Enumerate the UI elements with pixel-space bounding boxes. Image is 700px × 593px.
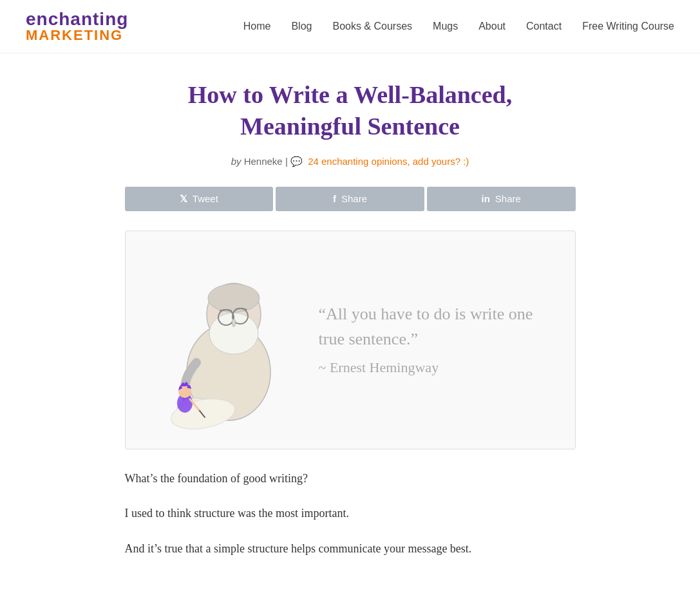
twitter-share-button[interactable]: 𝕏 Tweet [125, 187, 274, 211]
main-content: How to Write a Well-Balanced, Meaningful… [112, 53, 589, 593]
linkedin-icon: in [481, 193, 489, 204]
author-name: Henneke [244, 156, 283, 167]
quote-text: “All you have to do is write one true se… [319, 301, 562, 378]
article-body: What’s the foundation of good writing? I… [125, 469, 576, 559]
logo-marketing: MARKETING [26, 28, 128, 42]
nav-contact[interactable]: Contact [526, 21, 562, 32]
comment-icon: 💬 [290, 156, 303, 167]
twitter-label: Tweet [193, 193, 218, 204]
facebook-label: Share [341, 193, 367, 204]
nav-about[interactable]: About [478, 21, 506, 32]
logo-enchanting: enchanting [26, 10, 128, 28]
meta-separator: | [285, 156, 288, 167]
linkedin-label: Share [495, 193, 521, 204]
body-paragraph-3: And it’s true that a simple structure he… [125, 539, 576, 559]
hemingway-illustration [138, 250, 306, 430]
facebook-icon: f [333, 193, 336, 204]
facebook-share-button[interactable]: f Share [276, 187, 424, 211]
twitter-icon: 𝕏 [180, 193, 187, 205]
main-nav: Home Blog Books & Courses Mugs About Con… [243, 21, 674, 32]
site-header: enchanting MARKETING Home Blog Books & C… [0, 0, 700, 53]
linkedin-share-button[interactable]: in Share [427, 187, 576, 211]
quote-attribution: ~ Ernest Hemingway [319, 357, 562, 378]
comments-link[interactable]: 24 enchanting opinions, add yours? :) [308, 156, 469, 167]
featured-image: “All you have to do is write one true se… [125, 231, 576, 449]
featured-image-inner: “All you have to do is write one true se… [138, 244, 562, 436]
nav-home[interactable]: Home [243, 21, 271, 32]
by-label: by [231, 156, 241, 167]
nav-mugs[interactable]: Mugs [433, 21, 458, 32]
nav-free-writing-course[interactable]: Free Writing Course [582, 21, 674, 32]
nav-blog[interactable]: Blog [291, 21, 312, 32]
share-buttons: 𝕏 Tweet f Share in Share [125, 187, 576, 211]
quote-content: “All you have to do is write one true se… [319, 305, 533, 348]
body-paragraph-1: What’s the foundation of good writing? [125, 469, 576, 489]
svg-point-3 [208, 284, 260, 312]
article-title: How to Write a Well-Balanced, Meaningful… [125, 79, 576, 143]
article-meta: by Henneke | 💬 24 enchanting opinions, a… [125, 156, 576, 167]
nav-books-courses[interactable]: Books & Courses [332, 21, 412, 32]
site-logo[interactable]: enchanting MARKETING [26, 10, 128, 42]
body-paragraph-2: I used to think structure was the most i… [125, 504, 576, 523]
